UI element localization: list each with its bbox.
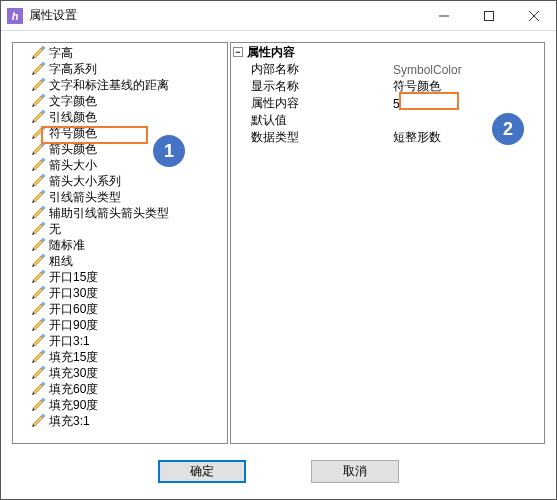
tree-item-label: 开口30度 [49, 285, 98, 302]
property-label: 默认值 [231, 112, 389, 129]
titlebar: h 属性设置 [1, 1, 556, 31]
property-panel: − 属性内容 内部名称SymbolColor显示名称符号颜色属性内容5默认值数据… [230, 42, 545, 444]
tree-item[interactable]: 文字和标注基线的距离 [31, 77, 227, 93]
tree-item-label: 开口90度 [49, 317, 98, 334]
tree-item-label: 引线颜色 [49, 109, 97, 126]
property-label: 显示名称 [231, 78, 389, 95]
app-icon: h [7, 8, 23, 24]
property-value: 符号颜色 [389, 78, 544, 95]
maximize-button[interactable] [466, 1, 511, 30]
tree-item-label: 填充3:1 [49, 413, 90, 430]
tree-item-label: 文字和标注基线的距离 [49, 77, 169, 94]
tree-item[interactable]: 字高 [31, 45, 227, 61]
cancel-button[interactable]: 取消 [311, 460, 399, 483]
tree-item[interactable]: 填充90度 [31, 397, 227, 413]
tree-item[interactable]: 引线颜色 [31, 109, 227, 125]
tree-item-label: 开口15度 [49, 269, 98, 286]
tree-item-label: 填充30度 [49, 365, 98, 382]
property-label: 内部名称 [231, 61, 389, 78]
window-controls [421, 1, 556, 30]
tree-item[interactable]: 填充3:1 [31, 413, 227, 429]
tree-item-label: 填充60度 [49, 381, 98, 398]
tree-item-label: 箭头大小 [49, 157, 97, 174]
tree-item[interactable]: 填充30度 [31, 365, 227, 381]
tree-panel: 字高字高系列文字和标注基线的距离文字颜色引线颜色符号颜色箭头颜色箭头大小箭头大小… [12, 42, 228, 444]
tree-item[interactable]: 开口15度 [31, 269, 227, 285]
window-title: 属性设置 [29, 7, 421, 24]
property-value: 5 [389, 97, 544, 111]
property-label: 属性内容 [231, 95, 389, 112]
ok-button[interactable]: 确定 [158, 460, 246, 483]
tree-item[interactable]: 开口90度 [31, 317, 227, 333]
tree-item-label: 开口3:1 [49, 333, 90, 350]
tree-item-label: 随标准 [49, 237, 85, 254]
tree-item-label: 开口60度 [49, 301, 98, 318]
property-label: 数据类型 [231, 129, 389, 146]
tree-item[interactable]: 符号颜色 [31, 125, 227, 141]
tree-item[interactable]: 开口60度 [31, 301, 227, 317]
property-row[interactable]: 数据类型短整形数 [231, 129, 544, 146]
tree-item-label: 无 [49, 221, 61, 238]
tree-item[interactable]: 箭头颜色 [31, 141, 227, 157]
property-section-header: − 属性内容 [231, 43, 544, 61]
tree-item-label: 引线箭头类型 [49, 189, 121, 206]
tree-item-label: 字高系列 [49, 61, 97, 78]
property-row[interactable]: 显示名称符号颜色 [231, 78, 544, 95]
tree-item[interactable]: 开口30度 [31, 285, 227, 301]
property-value: SymbolColor [389, 63, 544, 77]
tree-item-label: 箭头颜色 [49, 141, 97, 158]
property-row[interactable]: 内部名称SymbolColor [231, 61, 544, 78]
tree-item[interactable]: 箭头大小系列 [31, 173, 227, 189]
dialog-window: h 属性设置 字高字高系列文字和标注基线的距离文字颜色引线颜色符号颜色箭头颜色箭… [0, 0, 557, 500]
tree-item[interactable]: 随标准 [31, 237, 227, 253]
tree-item[interactable]: 填充15度 [31, 349, 227, 365]
section-title: 属性内容 [247, 44, 295, 61]
property-tree: 字高字高系列文字和标注基线的距离文字颜色引线颜色符号颜色箭头颜色箭头大小箭头大小… [13, 43, 227, 431]
close-button[interactable] [511, 1, 556, 30]
svg-rect-1 [484, 11, 493, 20]
property-rows: 内部名称SymbolColor显示名称符号颜色属性内容5默认值数据类型短整形数 [231, 61, 544, 146]
property-row[interactable]: 属性内容5 [231, 95, 544, 112]
tree-item[interactable]: 开口3:1 [31, 333, 227, 349]
tree-item-label: 粗线 [49, 253, 73, 270]
tree-item[interactable]: 箭头大小 [31, 157, 227, 173]
property-row[interactable]: 默认值 [231, 112, 544, 129]
tree-item[interactable]: 填充60度 [31, 381, 227, 397]
tree-item-label: 文字颜色 [49, 93, 97, 110]
property-value: 短整形数 [389, 129, 544, 146]
tree-item-label: 箭头大小系列 [49, 173, 121, 190]
tree-item-label: 填充90度 [49, 397, 98, 414]
tree-item[interactable]: 文字颜色 [31, 93, 227, 109]
tree-item[interactable]: 字高系列 [31, 61, 227, 77]
collapse-icon[interactable]: − [233, 47, 243, 57]
tree-scroll[interactable]: 字高字高系列文字和标注基线的距离文字颜色引线颜色符号颜色箭头颜色箭头大小箭头大小… [13, 43, 227, 443]
tree-item-label: 符号颜色 [49, 125, 97, 142]
button-bar: 确定 取消 [1, 444, 556, 499]
content-area: 字高字高系列文字和标注基线的距离文字颜色引线颜色符号颜色箭头颜色箭头大小箭头大小… [1, 31, 556, 444]
tree-item[interactable]: 引线箭头类型 [31, 189, 227, 205]
tree-item-label: 辅助引线箭头箭头类型 [49, 205, 169, 222]
tree-item[interactable]: 无 [31, 221, 227, 237]
tree-item[interactable]: 辅助引线箭头箭头类型 [31, 205, 227, 221]
tree-item-label: 字高 [49, 45, 73, 62]
tree-item[interactable]: 粗线 [31, 253, 227, 269]
minimize-button[interactable] [421, 1, 466, 30]
tree-item-label: 填充15度 [49, 349, 98, 366]
